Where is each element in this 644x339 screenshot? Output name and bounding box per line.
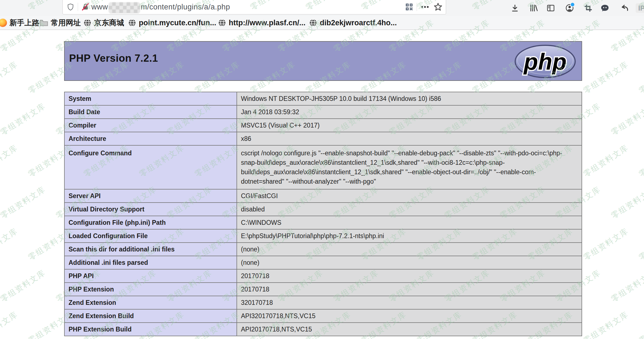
row-value: API20170718,NTS,VC15 — [237, 323, 582, 336]
bookmark-label: point.mycute.cn/fun... — [139, 19, 216, 27]
table-row: PHP Extension BuildAPI20170718,NTS,VC15 — [64, 323, 582, 336]
row-label: PHP API — [64, 269, 237, 283]
library-icon[interactable] — [529, 3, 538, 13]
bookmark-item[interactable]: 常用网址 — [39, 16, 81, 29]
watermark-text: 零组资料文库 — [0, 142, 20, 179]
bookmark-item[interactable]: 京东商城 — [83, 16, 124, 29]
watermark-text: 零组资料文库 — [609, 267, 644, 304]
account-icon[interactable] — [565, 3, 574, 13]
row-label: Configure Command — [64, 145, 237, 189]
bookmark-label: 新手上路 — [9, 18, 39, 28]
globe-icon — [309, 19, 317, 27]
watermark-text: 零组资料文库 — [637, 59, 644, 96]
row-label: Zend Extension — [64, 296, 237, 309]
table-row: Configuration File (php.ini) PathC:\WIND… — [64, 216, 582, 229]
globe-icon — [218, 19, 226, 27]
row-label: PHP Extension Build — [64, 323, 237, 336]
download-icon[interactable] — [510, 3, 519, 13]
table-row: PHP API20170718 — [64, 269, 582, 283]
firefox-icon — [0, 19, 7, 27]
table-row: PHP Extension20170718 — [64, 283, 582, 296]
watermark-text: 零组资料文库 — [0, 184, 47, 221]
row-label: Zend Extension Build — [64, 309, 237, 323]
row-label: Virtual Directory Support — [64, 203, 237, 216]
row-value: 20170718 — [237, 283, 582, 296]
chat-bubble-icon[interactable] — [600, 3, 609, 13]
navigation-toolbar: www m/content/plugins/a/a.php — [0, 0, 644, 16]
screenshot-crop-icon[interactable] — [584, 3, 593, 13]
table-row: Loaded Configuration FileE:\phpStudy\PHP… — [64, 229, 582, 243]
qr-code-icon[interactable] — [405, 3, 413, 11]
browser-window: www m/content/plugins/a/a.php — [0, 0, 644, 339]
table-row: Zend Extension320170718 — [64, 296, 582, 309]
bookmarks-toolbar: 新手上路 常用网址 京东商城 point.mycute.cn/fun... ht… — [0, 16, 644, 30]
row-value: Jan 4 2018 03:59:32 — [237, 105, 582, 119]
phpinfo-header: PHP Version 7.2.1 php — [64, 41, 582, 81]
insecure-lock-icon[interactable] — [81, 3, 90, 11]
bookmark-star-icon[interactable] — [434, 3, 442, 11]
bookmark-item[interactable]: 新手上路 — [0, 16, 39, 29]
watermark-text: 零组资料文库 — [582, 142, 631, 179]
folder-icon — [39, 19, 48, 27]
table-row: Virtual Directory Supportdisabled — [64, 203, 582, 216]
undo-arrow-icon[interactable] — [620, 3, 629, 13]
php-logo: php — [514, 44, 577, 79]
ip-extension-button[interactable]: IP — [636, 3, 644, 13]
watermark-text: 零组资料文库 — [609, 184, 644, 221]
page-title: PHP Version 7.2.1 — [69, 53, 158, 64]
row-label: Server API — [64, 189, 237, 203]
table-row: Scan this dir for additional .ini files(… — [64, 243, 582, 256]
bookmark-label: http://www.plasf.cn/... — [229, 19, 306, 27]
watermark-text: 零组资料文库 — [582, 226, 631, 263]
row-value: (none) — [237, 256, 582, 269]
divider — [417, 3, 417, 11]
bookmark-label: dib2ekjwroarctf.4ho... — [320, 19, 397, 27]
row-value: (none) — [237, 243, 582, 256]
watermark-text: 零组资料文库 — [637, 226, 644, 263]
watermark-text: 零组资料文库 — [582, 59, 631, 96]
table-row: SystemWindows NT DESKTOP-JH5305P 10.0 bu… — [64, 92, 582, 105]
globe-icon — [128, 19, 136, 27]
row-label: PHP Extension — [64, 283, 237, 296]
row-value: cscript /nologo configure.js "--enable-s… — [237, 145, 582, 189]
url-bar-row: www m/content/plugins/a/a.php — [63, 0, 446, 14]
row-label: Configuration File (php.ini) Path — [64, 216, 237, 229]
table-row: Architecturex86 — [64, 132, 582, 145]
bookmark-label: 常用网址 — [51, 18, 81, 28]
row-value: 320170718 — [237, 296, 582, 309]
row-label: Additional .ini files parsed — [64, 256, 237, 269]
bookmark-label: 京东商城 — [94, 18, 124, 28]
table-row: Zend Extension BuildAPI320170718,NTS,VC1… — [64, 309, 582, 323]
bookmark-item[interactable]: dib2ekjwroarctf.4ho... — [309, 16, 397, 29]
divider — [78, 3, 78, 11]
row-label: Compiler — [64, 119, 237, 132]
table-row: Build DateJan 4 2018 03:59:32 — [64, 105, 582, 119]
watermark-text: 零组资料文库 — [0, 309, 20, 339]
tracking-protection-shield-icon[interactable] — [67, 3, 74, 11]
url-text[interactable]: www m/content/plugins/a/a.php — [91, 1, 230, 13]
row-label: Scan this dir for additional .ini files — [64, 243, 237, 256]
row-value: MSVC15 (Visual C++ 2017) — [237, 119, 582, 132]
url-bar[interactable]: www m/content/plugins/a/a.php — [62, 0, 446, 14]
sidebars-icon[interactable] — [546, 3, 555, 13]
watermark-text: 零组资料文库 — [0, 267, 47, 304]
table-row: Configure Commandcscript /nologo configu… — [64, 145, 582, 189]
url-redaction-blur — [109, 2, 140, 13]
row-value: CGI/FastCGI — [237, 189, 582, 203]
watermark-text: 零组资料文库 — [582, 309, 631, 339]
bookmark-item[interactable]: point.mycute.cn/fun... — [128, 16, 216, 29]
page-actions-ellipsis-icon[interactable] — [420, 3, 430, 11]
row-value: disabled — [237, 203, 582, 216]
php-logo-text: php — [523, 49, 567, 75]
url-suffix: m/content/plugins/a/a.php — [141, 3, 230, 11]
row-label: Architecture — [64, 132, 237, 145]
watermark-text: 零组资料文库 — [0, 59, 20, 96]
notification-badge — [570, 2, 575, 7]
table-row: Server APICGI/FastCGI — [64, 189, 582, 203]
row-value: x86 — [237, 132, 582, 145]
row-value: 20170718 — [237, 269, 582, 283]
bookmark-item[interactable]: http://www.plasf.cn/... — [218, 16, 306, 29]
row-value: Windows NT DESKTOP-JH5305P 10.0 build 17… — [237, 92, 582, 105]
watermark-text: 零组资料文库 — [0, 101, 47, 138]
row-value: C:\WINDOWS — [237, 216, 582, 229]
